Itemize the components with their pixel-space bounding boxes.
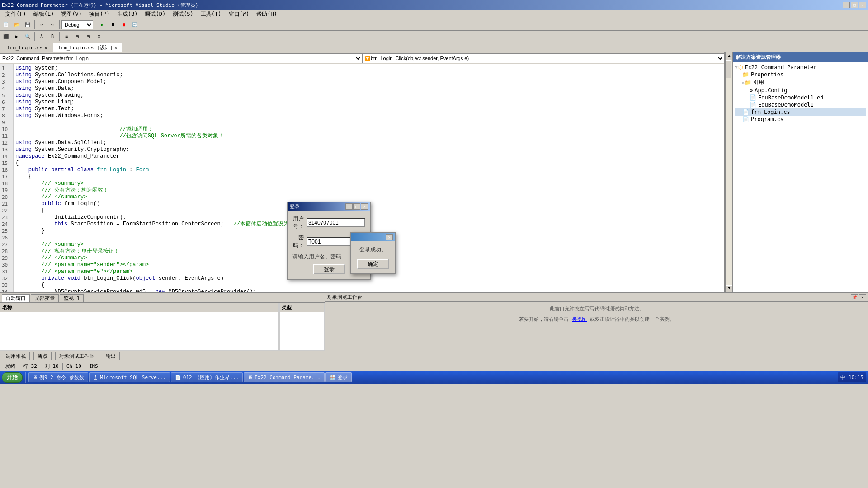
menu-project[interactable]: 项目(P) bbox=[85, 9, 113, 19]
tree-label-properties: Properties bbox=[751, 71, 783, 78]
tb2-btn9[interactable]: ⊠ bbox=[94, 32, 104, 42]
tb2-btn8[interactable]: ⊟ bbox=[83, 32, 93, 42]
menu-edit[interactable]: 编辑(E) bbox=[30, 9, 58, 19]
tb2-btn5[interactable]: B bbox=[47, 32, 57, 42]
tab-cs-close[interactable]: ✕ bbox=[44, 46, 47, 50]
tree-item-properties[interactable]: 📁 Properties bbox=[735, 71, 866, 78]
debug-tab-output[interactable]: 输出 bbox=[102, 352, 120, 360]
menu-window[interactable]: 窗口(W) bbox=[225, 9, 253, 19]
tree-item-appconfig[interactable]: ⚙ App.Config bbox=[735, 87, 866, 94]
success-btn-row: 确定 bbox=[356, 259, 390, 269]
menu-test[interactable]: 测试(S) bbox=[169, 9, 197, 19]
stop-button[interactable]: ■ bbox=[119, 20, 129, 30]
tree-item-frmlogin[interactable]: 📄 frm_Login.cs bbox=[735, 108, 866, 116]
tree-item-edumodel2[interactable]: 📄 EduBaseDemoModel1 bbox=[735, 101, 866, 108]
ok-button[interactable]: 确定 bbox=[357, 259, 389, 269]
tab-watch[interactable]: 监视 1 bbox=[60, 294, 84, 302]
tb2-btn2[interactable]: ▶ bbox=[12, 32, 22, 42]
autos-type-col[interactable]: 类型 bbox=[279, 303, 325, 351]
open-button[interactable]: 📂 bbox=[12, 20, 22, 30]
login-dialog-controls[interactable]: ─ □ ✕ bbox=[345, 203, 368, 210]
scroll-up[interactable]: ▲ bbox=[726, 53, 732, 59]
tb2-btn1[interactable]: ⬛ bbox=[1, 32, 11, 42]
taskbar-item-3[interactable]: 📄 012_《应用》作业界... bbox=[171, 372, 243, 382]
tb2-btn7[interactable]: ⊞ bbox=[72, 32, 82, 42]
config-combo[interactable]: Debug Release bbox=[61, 20, 93, 29]
start-button[interactable]: 开始 bbox=[2, 372, 23, 383]
method-combo[interactable]: 🔽btn_Login_Click(object sender, EventArg… bbox=[362, 53, 724, 63]
tree-item-solution[interactable]: ▽ ⬡ Ex22_Command_Parameter bbox=[735, 64, 866, 71]
new-project-button[interactable]: 📄 bbox=[1, 20, 11, 30]
tree-item-program[interactable]: 📄 Program.cs bbox=[735, 116, 866, 123]
start-button[interactable]: ▶ bbox=[97, 20, 107, 30]
redo-button[interactable]: ↪ bbox=[47, 20, 57, 30]
sep4 bbox=[34, 32, 35, 41]
tb2-btn3[interactable]: 🔍 bbox=[23, 32, 33, 42]
bottom-right-panel: 对象浏览工作台 📌 ✕ 此窗口允许您在写写代码时测试类和方法。 若要开始，请右键… bbox=[326, 293, 868, 351]
taskbar-item-1[interactable]: 🖥 例9_2_命令_参数数 bbox=[28, 372, 88, 382]
undo-button[interactable]: ↩ bbox=[37, 20, 47, 30]
taskbar-item-2[interactable]: 🗄 Microsoft SQL Serve... bbox=[89, 372, 170, 382]
taskbar-item-4[interactable]: 🖥 Ex22_Command_Parame... bbox=[244, 372, 325, 382]
code-scrollbar[interactable]: ▲ ▼ bbox=[725, 52, 732, 292]
login-minimize[interactable]: ─ bbox=[345, 203, 353, 210]
save-button[interactable]: 💾 bbox=[23, 20, 33, 30]
username-label: 用户号： bbox=[292, 215, 304, 230]
status-col: 列 10 bbox=[41, 363, 63, 370]
tree-label-appconfig: App.Config bbox=[755, 87, 787, 94]
taskbar-label-4: Ex22_Command_Parame... bbox=[255, 375, 321, 380]
menu-view[interactable]: 视图(V) bbox=[57, 9, 85, 19]
scroll-track[interactable] bbox=[726, 60, 732, 285]
title-bar-buttons[interactable]: ─ □ ✕ bbox=[843, 2, 866, 8]
taskbar-item-5[interactable]: 🪟 登录 bbox=[326, 372, 352, 382]
autos-name-col[interactable]: 名称 bbox=[0, 303, 279, 351]
menu-tools[interactable]: 工具(T) bbox=[197, 9, 225, 19]
tab-cs[interactable]: frm_Login.cs ✕ bbox=[2, 43, 52, 52]
tab-design[interactable]: frm_Login.cs [设计] ✕ bbox=[53, 43, 122, 52]
tb2-btn4[interactable]: A bbox=[37, 32, 47, 42]
debug-tab-breakpoints[interactable]: 断点 bbox=[33, 352, 52, 360]
scroll-down[interactable]: ▼ bbox=[726, 285, 732, 291]
login-restore[interactable]: □ bbox=[353, 203, 360, 210]
debug-tab-objecttest[interactable]: 对象测试工作台 bbox=[55, 352, 98, 360]
login-button[interactable]: 登录 bbox=[313, 264, 345, 274]
sidebar-title: 解决方案资源管理器 bbox=[733, 52, 868, 62]
pause-button[interactable]: ⏸ bbox=[108, 20, 118, 30]
right-panel-close[interactable]: ✕ bbox=[859, 294, 866, 300]
menu-debug[interactable]: 调试(D) bbox=[141, 9, 169, 19]
success-dialog[interactable]: ✕ 登录成功。 确定 bbox=[350, 232, 396, 274]
status-row: 行 32 bbox=[19, 363, 41, 370]
immediate-content: 此窗口允许您在写写代码时测试类和方法。 若要开始，请右键单击 类视图 或双击设计… bbox=[326, 302, 868, 326]
login-close[interactable]: ✕ bbox=[361, 203, 368, 210]
sidebar-tree[interactable]: ▽ ⬡ Ex22_Command_Parameter 📁 Properties … bbox=[733, 62, 868, 292]
tab-design-close[interactable]: ✕ bbox=[114, 46, 117, 50]
minimize-button[interactable]: ─ bbox=[843, 2, 850, 8]
right-panel-pin[interactable]: 📌 bbox=[851, 294, 858, 300]
hint1-text: 若要开始，请右键单击 bbox=[519, 316, 569, 322]
lang-indicator: 中 bbox=[840, 374, 845, 381]
success-close[interactable]: ✕ bbox=[386, 234, 393, 240]
restart-button[interactable]: 🔄 bbox=[130, 20, 140, 30]
debug-tab-callstack[interactable]: 调用堆栈 bbox=[2, 352, 30, 360]
tb2-btn6[interactable]: ≡ bbox=[61, 32, 71, 42]
right-panel-controls[interactable]: 📌 ✕ bbox=[851, 294, 866, 300]
sep3 bbox=[95, 20, 95, 29]
tree-item-references[interactable]: ▷ 📁 引用 bbox=[735, 78, 866, 87]
tree-item-edumodel1[interactable]: 📄 EduBaseDemoModel1.ed... bbox=[735, 94, 866, 101]
class-combo[interactable]: Ex22_Command_Parameter.frm_Login bbox=[0, 53, 362, 63]
tab-autos[interactable]: 自动窗口 bbox=[2, 294, 30, 302]
scroll-thumb[interactable] bbox=[726, 60, 731, 78]
menu-file[interactable]: 文件(F) bbox=[2, 9, 30, 19]
username-input[interactable] bbox=[307, 218, 365, 227]
tree-icon-properties: 📁 bbox=[742, 71, 749, 78]
restore-button[interactable]: □ bbox=[851, 2, 858, 8]
taskbar: 开始 🖥 例9_2_命令_参数数 🗄 Microsoft SQL Serve..… bbox=[0, 371, 868, 384]
sep1 bbox=[34, 20, 35, 29]
menu-build[interactable]: 生成(B) bbox=[113, 9, 142, 19]
taskbar-icon-5: 🪟 bbox=[330, 375, 336, 380]
menu-help[interactable]: 帮助(H) bbox=[253, 9, 281, 19]
tab-locals[interactable]: 局部变量 bbox=[31, 294, 59, 302]
success-message: 登录成功。 bbox=[356, 246, 390, 253]
class-view-link[interactable]: 类视图 bbox=[572, 316, 587, 322]
close-button[interactable]: ✕ bbox=[859, 2, 866, 8]
